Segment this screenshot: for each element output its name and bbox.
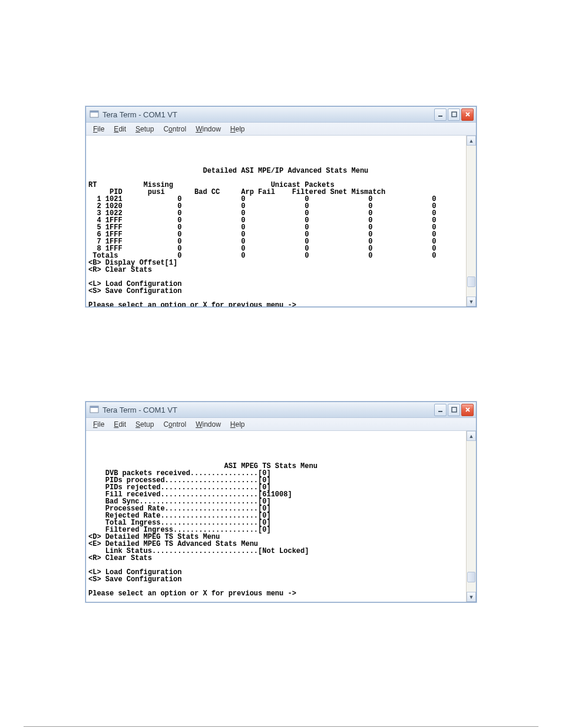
menubar: File Edit Setup Control Window Help (86, 123, 476, 136)
scroll-up-button[interactable]: ▲ (467, 431, 476, 441)
minimize-button[interactable] (434, 108, 447, 121)
menu-edit[interactable]: Edit (109, 124, 131, 134)
terminal-output[interactable]: ASI MPEG TS Stats Menu DVB packets recei… (86, 431, 466, 602)
scroll-down-button[interactable]: ▼ (467, 592, 476, 602)
menu-window[interactable]: Window (191, 124, 226, 134)
app-icon (90, 405, 99, 414)
svg-rect-6 (438, 411, 442, 412)
menu-control[interactable]: Control (158, 419, 191, 430)
vertical-scrollbar[interactable]: ▲ ▼ (466, 431, 476, 602)
menu-setup[interactable]: Setup (131, 419, 158, 430)
menu-file[interactable]: File (88, 124, 109, 134)
scroll-track[interactable] (467, 146, 476, 297)
svg-rect-7 (452, 407, 457, 412)
scroll-down-button[interactable]: ▼ (467, 297, 476, 307)
menu-window[interactable]: Window (191, 419, 226, 430)
menu-control[interactable]: Control (158, 124, 191, 134)
menu-setup[interactable]: Setup (131, 124, 158, 134)
svg-rect-1 (90, 111, 98, 113)
titlebar[interactable]: Tera Term - COM1 VT (86, 402, 476, 418)
menu-help[interactable]: Help (226, 419, 250, 430)
close-button[interactable] (461, 108, 474, 121)
window-title: Tera Term - COM1 VT (103, 110, 434, 119)
menu-file[interactable]: File (88, 419, 109, 430)
svg-rect-3 (452, 112, 457, 117)
terminal-window-2: Tera Term - COM1 VT File Edit Setup Cont… (85, 401, 477, 602)
close-button[interactable] (461, 404, 474, 416)
scroll-track[interactable] (467, 441, 476, 592)
scroll-up-button[interactable]: ▲ (467, 136, 476, 146)
page-divider (24, 726, 538, 727)
vertical-scrollbar[interactable]: ▲ ▼ (466, 136, 476, 307)
terminal-window-1: Tera Term - COM1 VT File Edit Setup Cont… (85, 106, 477, 307)
svg-rect-2 (438, 116, 442, 117)
svg-rect-5 (90, 406, 98, 408)
titlebar[interactable]: Tera Term - COM1 VT (86, 107, 476, 123)
maximize-button[interactable] (448, 404, 460, 416)
terminal-output[interactable]: Detailed ASI MPE/IP Advanced Stats Menu … (86, 136, 466, 307)
app-icon (90, 110, 99, 119)
window-title: Tera Term - COM1 VT (103, 406, 434, 414)
menu-edit[interactable]: Edit (109, 419, 131, 430)
menu-help[interactable]: Help (226, 124, 250, 134)
maximize-button[interactable] (448, 108, 460, 121)
scroll-thumb[interactable] (467, 572, 475, 582)
minimize-button[interactable] (434, 404, 447, 416)
scroll-thumb[interactable] (467, 276, 475, 287)
menubar: File Edit Setup Control Window Help (86, 418, 476, 431)
